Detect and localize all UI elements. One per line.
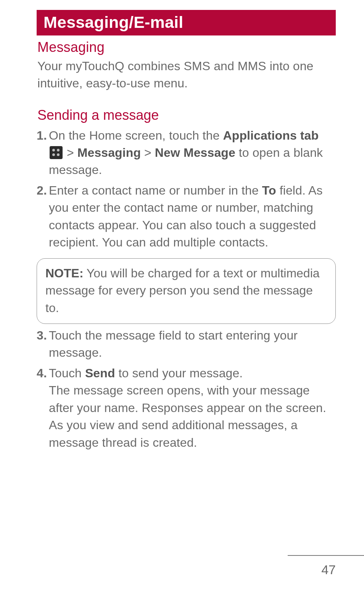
steps-list: 1. On the Home screen, touch the Applica… — [37, 127, 336, 251]
note-box: NOTE: You will be charged for a text or … — [37, 258, 336, 324]
step-number: 4. — [37, 365, 47, 382]
bold-new-message: New Message — [155, 146, 235, 159]
step-text: On the Home screen, touch the Applicatio… — [49, 129, 323, 177]
step-3: 3. Touch the message field to start ente… — [37, 327, 336, 362]
chapter-title-banner: Messaging/E-mail — [37, 10, 336, 35]
page-number: 47 — [321, 562, 336, 577]
note-label: NOTE: — [45, 266, 84, 280]
document-page: Messaging/E-mail Messaging Your myTouchQ… — [0, 0, 364, 451]
step-number: 1. — [37, 127, 47, 144]
footer-rule — [288, 555, 364, 556]
step-number: 3. — [37, 327, 47, 344]
step-text: Enter a contact name or number in the To… — [49, 184, 323, 249]
applications-tab-icon — [50, 146, 63, 159]
bold-to-field: To — [262, 184, 276, 197]
bold-send: Send — [85, 366, 115, 380]
step-1: 1. On the Home screen, touch the Applica… — [37, 127, 336, 179]
steps-list-continued: 3. Touch the message field to start ente… — [37, 327, 336, 451]
note-text: You will be charged for a text or multim… — [45, 266, 320, 315]
section-heading-messaging: Messaging — [37, 39, 336, 55]
step-text: Touch the message field to start enterin… — [49, 328, 298, 359]
chapter-title-text: Messaging/E-mail — [43, 13, 183, 31]
subsection-heading-sending: Sending a message — [37, 107, 336, 123]
bold-messaging: Messaging — [77, 146, 141, 159]
step-2: 2. Enter a contact name or number in the… — [37, 182, 336, 251]
section-intro-paragraph: Your myTouchQ combines SMS and MMS into … — [37, 58, 336, 92]
step-number: 2. — [37, 182, 47, 199]
step-4: 4. Touch Send to send your message. The … — [37, 365, 336, 451]
bold-applications-tab: Applications tab — [223, 129, 319, 142]
step-text: Touch Send to send your message. The mes… — [49, 366, 326, 449]
